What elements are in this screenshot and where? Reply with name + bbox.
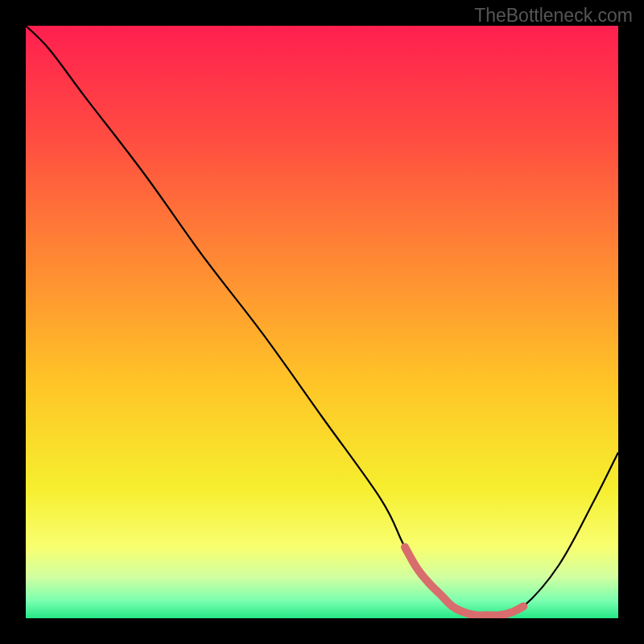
chart-frame xyxy=(26,26,618,618)
watermark-text: TheBottleneck.com xyxy=(474,5,633,27)
bottleneck-chart xyxy=(26,26,618,618)
chart-background xyxy=(26,26,618,618)
